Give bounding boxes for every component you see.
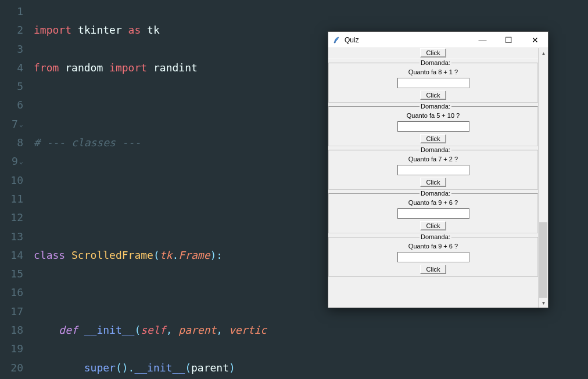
- answer-input[interactable]: [397, 121, 469, 132]
- question-group: Domanda: Quanto fa 8 + 1 ? Click: [328, 59, 538, 103]
- quiz-window[interactable]: Quiz — ☐ ✕ Click Domanda: Quanto fa 8 + …: [328, 31, 548, 308]
- answer-input[interactable]: [397, 252, 469, 262]
- fold-icon[interactable]: ⌄: [19, 152, 23, 171]
- click-button[interactable]: Click: [420, 91, 447, 100]
- question-group: Domanda: Quanto fa 5 + 10 ? Click: [328, 103, 538, 146]
- close-button[interactable]: ✕: [522, 32, 548, 48]
- click-button[interactable]: Click: [420, 221, 447, 230]
- quiz-content: Click Domanda: Quanto fa 8 + 1 ? Click D…: [328, 48, 538, 308]
- question-text: Quanto fa 7 + 2 ?: [329, 156, 537, 163]
- answer-input[interactable]: [397, 208, 469, 219]
- click-button[interactable]: Click: [420, 134, 447, 143]
- scrollbar-thumb[interactable]: [539, 222, 547, 298]
- partial-question: Click: [328, 48, 538, 59]
- minimize-button[interactable]: —: [469, 32, 496, 48]
- answer-input[interactable]: [397, 78, 469, 88]
- maximize-button[interactable]: ☐: [496, 32, 522, 48]
- fold-icon[interactable]: ⌄: [19, 115, 23, 133]
- click-button[interactable]: Click: [420, 48, 447, 57]
- group-label: Domanda:: [420, 190, 451, 197]
- scroll-up-icon[interactable]: ▴: [539, 48, 548, 58]
- answer-input[interactable]: [397, 165, 469, 175]
- question-text: Quanto fa 9 + 6 ?: [329, 199, 537, 206]
- group-label: Domanda:: [420, 59, 451, 66]
- scroll-down-icon[interactable]: ▾: [539, 298, 548, 308]
- group-label: Domanda:: [420, 146, 451, 153]
- click-button[interactable]: Click: [420, 178, 447, 187]
- window-titlebar[interactable]: Quiz — ☐ ✕: [328, 32, 548, 48]
- question-text: Quanto fa 5 + 10 ?: [329, 112, 537, 119]
- group-label: Domanda:: [420, 233, 451, 240]
- question-group: Domanda: Quanto fa 7 + 2 ? Click: [328, 146, 538, 190]
- click-button[interactable]: Click: [420, 265, 447, 274]
- line-number-gutter: 1 2 3 4 5 6 7⌄ 8 9⌄ 10 11 12 13 14 15 16…: [0, 0, 34, 379]
- tk-feather-icon: [332, 35, 341, 45]
- question-group: Domanda: Quanto fa 9 + 6 ? Click: [328, 190, 538, 233]
- group-label: Domanda:: [420, 103, 451, 110]
- question-text: Quanto fa 8 + 1 ?: [329, 68, 537, 75]
- vertical-scrollbar[interactable]: ▴ ▾: [538, 48, 548, 308]
- question-group: Domanda: Quanto fa 9 + 6 ? Click: [328, 233, 538, 277]
- question-text: Quanto fa 9 + 6 ?: [329, 243, 537, 250]
- window-title: Quiz: [345, 36, 469, 44]
